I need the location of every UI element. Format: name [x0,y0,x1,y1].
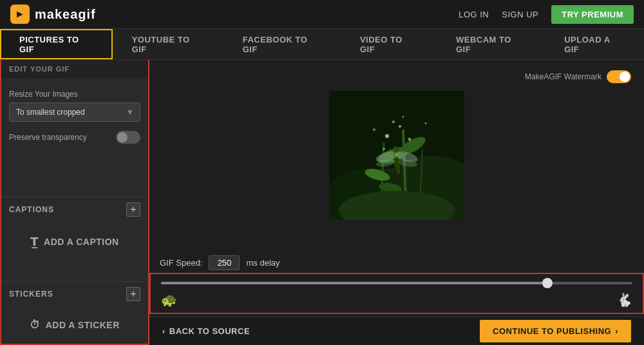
continue-chevron-icon: › [615,326,618,336]
signup-link[interactable]: SIGN UP [502,10,538,19]
header: ► makeagif LOG IN SIGN UP TRY PREMIUM [0,0,644,29]
captions-section-header: CAPTIONS + [1,197,148,222]
speed-label: GIF Speed: [160,258,202,268]
resize-select-wrapper: To smallest cropped To largest No resize… [9,103,140,122]
tab-video[interactable]: VIDEO TO GIF [341,29,437,59]
gif-preview-area: MakeAGIF Watermark [149,60,644,250]
resize-label: Resize Your Images [9,90,140,99]
back-chevron-icon: ‹ [162,326,166,336]
preserve-label: Preserve transparency [9,133,87,142]
speed-controls: GIF Speed: ms delay [149,250,644,273]
caption-text-icon: T̲ [30,235,39,249]
tab-facebook[interactable]: FACEBOOK TO GIF [223,29,341,59]
sidebar-section-title: EDIT YOUR GIF [1,60,148,78]
slider-track [161,282,632,284]
main-layout: EDIT YOUR GIF Resize Your Images To smal… [0,60,644,345]
resize-select[interactable]: To smallest cropped To largest No resize… [9,103,140,122]
add-caption-plus-button[interactable]: + [126,202,140,217]
content-area: MakeAGIF Watermark [149,60,644,345]
slider-fill [161,282,547,284]
continue-to-publishing-button[interactable]: CONTINUE TO PUBLISHING › [480,320,631,342]
rabbit-icon: 🐇 [616,292,632,308]
svg-point-25 [373,128,375,131]
stickers-section-header: STICKERS + [1,281,148,306]
sticker-clock-icon: ⏱ [30,319,41,331]
tab-pictures[interactable]: PICTURES TO GIF [0,29,113,59]
tab-upload[interactable]: UPLOAD A GIF [545,29,644,59]
header-right: LOG IN SIGN UP TRY PREMIUM [459,5,634,24]
slider-track-container [161,277,632,290]
tab-youtube[interactable]: YOUTUBE TO GIF [113,29,223,59]
preserve-toggle[interactable] [116,131,140,144]
gif-preview-image [329,91,464,220]
continue-label: CONTINUE TO PUBLISHING [493,326,611,336]
logo-text: makeagif [35,7,96,22]
back-label: BACK TO SOURCE [169,326,250,336]
slider-thumb[interactable] [542,278,553,288]
add-caption-button[interactable]: T̲ ADD A CAPTION [1,222,148,262]
logo-icon: ► [10,5,30,24]
nav-tabs: PICTURES TO GIF YOUTUBE TO GIF FACEBOOK … [0,29,644,60]
preserve-transparency-row: Preserve transparency [9,131,140,144]
add-caption-label: ADD A CAPTION [44,237,119,247]
captions-title: CAPTIONS [9,205,54,214]
watermark-toggle[interactable] [607,70,631,83]
back-to-source-button[interactable]: ‹ BACK TO SOURCE [162,326,250,336]
svg-point-26 [425,122,427,124]
sidebar: EDIT YOUR GIF Resize Your Images To smal… [0,60,149,345]
login-link[interactable]: LOG IN [459,10,489,19]
watermark-toggle-knob [620,72,630,82]
slider-icons-row: 🐢 🐇 [161,292,632,308]
toggle-knob [117,132,128,143]
tab-webcam[interactable]: WEBCAM TO GIF [437,29,545,59]
bottom-bar: ‹ BACK TO SOURCE CONTINUE TO PUBLISHING … [149,317,644,345]
stickers-title: STICKERS [9,290,53,299]
gif-speed-slider-area: 🐢 🐇 [149,273,644,314]
sidebar-inner: Resize Your Images To smallest cropped T… [1,82,148,197]
turtle-icon: 🐢 [161,292,177,308]
add-sticker-button[interactable]: ⏱ ADD A STICKER [1,306,148,344]
add-sticker-plus-button[interactable]: + [126,287,140,301]
logo: ► makeagif [10,5,96,24]
ms-label: ms delay [246,258,279,268]
watermark-row: MakeAGIF Watermark [525,70,631,83]
try-premium-button[interactable]: TRY PREMIUM [551,5,634,24]
watermark-label: MakeAGIF Watermark [525,72,601,81]
add-sticker-label: ADD A STICKER [46,320,120,330]
speed-input[interactable] [209,255,240,270]
